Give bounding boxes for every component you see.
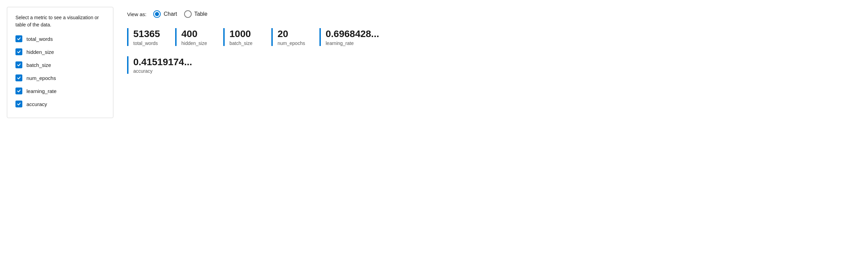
metric-name-batch-size: batch_size: [229, 40, 258, 46]
metric-name-hidden-size: hidden_size: [181, 40, 210, 46]
radio-table[interactable]: [184, 10, 192, 18]
metric-card-accuracy: 0.41519174... accuracy: [127, 56, 192, 74]
radio-option-chart[interactable]: Chart: [153, 10, 177, 18]
metric-value-total-words: 51365: [133, 28, 161, 40]
metric-name-accuracy: accuracy: [133, 68, 192, 74]
view-as-label: View as:: [127, 11, 146, 17]
metric-value-learning-rate: 0.6968428...: [326, 28, 379, 40]
metric-label-learning-rate: learning_rate: [26, 88, 57, 94]
metric-list: total_words hidden_size batch_size: [15, 35, 105, 107]
checkmark-icon: [17, 50, 21, 54]
panel-description: Select a metric to see a visualization o…: [15, 14, 105, 28]
checkbox-hidden-size[interactable]: [15, 48, 22, 55]
checkmark-icon: [17, 89, 21, 93]
metric-value-hidden-size: 400: [181, 28, 210, 40]
radio-table-label: Table: [194, 11, 207, 17]
metric-card-total-words: 51365 total_words: [127, 28, 161, 46]
metric-card-batch-size: 1000 batch_size: [223, 28, 258, 46]
metrics-row-2: 0.41519174... accuracy: [127, 56, 861, 74]
metric-item-num-epochs[interactable]: num_epochs: [15, 74, 105, 81]
checkbox-accuracy[interactable]: [15, 101, 22, 107]
metric-value-accuracy: 0.41519174...: [133, 56, 192, 68]
metric-name-num-epochs: num_epochs: [278, 40, 306, 46]
radio-chart-label: Chart: [164, 11, 177, 17]
metric-item-accuracy[interactable]: accuracy: [15, 101, 105, 107]
checkbox-batch-size[interactable]: [15, 61, 22, 68]
metric-item-total-words[interactable]: total_words: [15, 35, 105, 42]
metrics-row-1: 51365 total_words 400 hidden_size 1000 b…: [127, 28, 861, 46]
view-as-bar: View as: Chart Table: [127, 10, 861, 18]
right-panel: View as: Chart Table 51365 total_words 4…: [127, 7, 861, 77]
metric-item-learning-rate[interactable]: learning_rate: [15, 88, 105, 94]
metric-name-learning-rate: learning_rate: [326, 40, 379, 46]
metric-card-hidden-size: 400 hidden_size: [175, 28, 210, 46]
radio-chart[interactable]: [153, 10, 161, 18]
checkbox-num-epochs[interactable]: [15, 74, 22, 81]
checkmark-icon: [17, 63, 21, 67]
metric-card-learning-rate: 0.6968428... learning_rate: [319, 28, 379, 46]
metric-label-hidden-size: hidden_size: [26, 49, 54, 55]
metric-label-batch-size: batch_size: [26, 62, 51, 68]
metric-label-accuracy: accuracy: [26, 101, 47, 107]
metric-card-num-epochs: 20 num_epochs: [271, 28, 306, 46]
metric-item-batch-size[interactable]: batch_size: [15, 61, 105, 68]
checkmark-icon: [17, 102, 21, 106]
checkmark-icon: [17, 76, 21, 80]
radio-option-table[interactable]: Table: [184, 10, 207, 18]
metric-value-num-epochs: 20: [278, 28, 306, 40]
metric-label-total-words: total_words: [26, 36, 53, 42]
metric-value-batch-size: 1000: [229, 28, 258, 40]
metric-label-num-epochs: num_epochs: [26, 75, 56, 81]
checkmark-icon: [17, 37, 21, 41]
metric-item-hidden-size[interactable]: hidden_size: [15, 48, 105, 55]
checkbox-total-words[interactable]: [15, 35, 22, 42]
left-panel: Select a metric to see a visualization o…: [7, 7, 113, 118]
metric-name-total-words: total_words: [133, 40, 161, 46]
checkbox-learning-rate[interactable]: [15, 88, 22, 94]
